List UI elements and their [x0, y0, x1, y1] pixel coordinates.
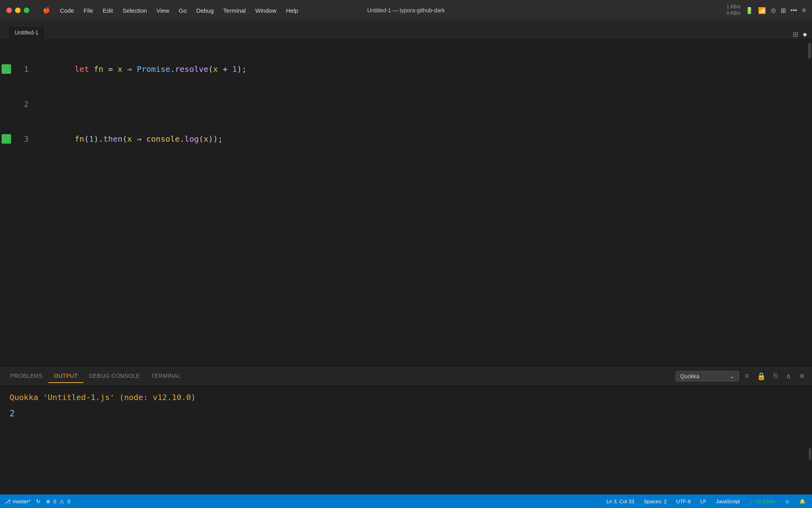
output-value: 2 — [10, 408, 802, 418]
smiley-icon[interactable]: ☺ — [783, 498, 791, 504]
git-branch[interactable]: ⎇ master* — [5, 498, 31, 504]
dot-icon: ● — [802, 30, 807, 39]
git-icon: ⎇ — [5, 498, 11, 504]
sync-icon[interactable]: ↻ — [36, 498, 40, 504]
title-bar: 🍎 Code File Edit Selection View Go Debug… — [0, 0, 812, 21]
code-line-3: 3 fn(1).then(x ⇒ console.log(x)); — [0, 113, 807, 165]
editor-tab-untitled[interactable]: Untitled-1 — [8, 26, 45, 39]
menu-help[interactable]: Help — [281, 6, 303, 15]
eol[interactable]: LF — [699, 498, 708, 504]
quokka-status[interactable]: ✓ 59.95ms — [748, 498, 776, 504]
menu-go[interactable]: Go — [174, 6, 192, 15]
menu-window[interactable]: Window — [251, 6, 281, 15]
menu-edit[interactable]: Edit — [98, 6, 118, 15]
dropdown-value: Quokka — [680, 373, 699, 379]
window-title: Untitled-1 — typora-github-dark — [367, 7, 444, 13]
line-number-2: 2 — [13, 95, 36, 113]
output-source-dropdown[interactable]: Quokka ⌄ — [676, 371, 739, 381]
code-line-1: 1 let fn = x ⇒ Promise.resolve(x + 1); — [0, 43, 807, 95]
status-right: Ln 3, Col 33 Spaces: 2 UTF-8 LF JavaScri… — [605, 498, 807, 504]
battery-icon: 🔋 — [745, 7, 753, 14]
tab-terminal[interactable]: TERMINAL — [146, 369, 186, 383]
editor-scrollbar[interactable] — [807, 39, 812, 368]
tab-problems[interactable]: PROBLEMS — [5, 369, 48, 383]
panel-scrollbar[interactable] — [808, 385, 812, 495]
menu-view[interactable]: View — [152, 6, 174, 15]
tab-label: Untitled-1 — [15, 29, 38, 36]
indentation[interactable]: Spaces: 2 — [642, 498, 668, 504]
line-number-3: 3 — [13, 130, 36, 148]
chevron-down-icon: ⌄ — [730, 373, 735, 379]
branch-name: master* — [13, 498, 31, 504]
errors-warnings[interactable]: ⊗ 0 ⚠ 0 — [46, 498, 70, 504]
close-button[interactable] — [6, 8, 12, 13]
maximize-button[interactable] — [24, 8, 29, 13]
scrollbar-thumb[interactable] — [808, 43, 811, 59]
error-count: 0 — [54, 498, 56, 504]
menu-debug[interactable]: Debug — [192, 6, 218, 15]
status-left: ⎇ master* ↻ ⊗ 0 ⚠ 0 — [5, 498, 70, 504]
list-icon[interactable]: ≡ — [802, 7, 806, 14]
minimize-button[interactable] — [15, 8, 21, 13]
more-icon[interactable]: ••• — [791, 7, 797, 14]
network-status: 1 KB/s0 KB/s — [726, 4, 740, 16]
filter-icon[interactable]: ≡ — [742, 370, 751, 382]
menu-selection[interactable]: Selection — [118, 6, 152, 15]
panel-scrollbar-thumb[interactable] — [809, 448, 811, 460]
tab-output[interactable]: OUTPUT — [48, 369, 84, 383]
line-number-1: 1 — [13, 60, 36, 78]
editor-area: 1 let fn = x ⇒ Promise.resolve(x + 1); 2… — [0, 39, 812, 368]
title-bar-right: 1 KB/s0 KB/s 🔋 📶 ⊙ ⊞ ••• ≡ — [726, 4, 806, 16]
warning-icon: ⚠ — [59, 498, 64, 504]
panel-right: Quokka ⌄ ≡ 🔒 ⎘ ∧ ✕ — [676, 370, 807, 382]
tab-bar: Untitled-1 ⊞ ● — [0, 21, 812, 39]
editor-content[interactable]: 1 let fn = x ⇒ Promise.resolve(x + 1); 2… — [0, 39, 807, 368]
code-line-2: 2 — [0, 95, 807, 113]
split-editor-icon[interactable]: ⊞ — [793, 30, 799, 39]
control-center-icon[interactable]: ⊞ — [781, 7, 786, 14]
collapse-icon[interactable]: ∧ — [783, 370, 793, 382]
close-panel-icon[interactable]: ✕ — [797, 370, 807, 382]
error-icon: ⊗ — [46, 498, 50, 504]
line-gutter-2 — [2, 99, 11, 109]
encoding[interactable]: UTF-8 — [675, 498, 693, 504]
line-code-1: let fn = x ⇒ Promise.resolve(x + 1); — [36, 43, 807, 95]
tab-bar-right: ⊞ ● — [788, 30, 812, 39]
status-bar: ⎇ master* ↻ ⊗ 0 ⚠ 0 Ln 3, Col 33 Spaces:… — [0, 495, 812, 508]
menu-code[interactable]: Code — [55, 6, 79, 15]
line-indicator-3 — [2, 134, 11, 144]
warning-count: 0 — [67, 498, 70, 504]
cursor-position[interactable]: Ln 3, Col 33 — [605, 498, 636, 504]
traffic-lights — [6, 8, 29, 13]
wifi-icon: 📶 — [758, 7, 766, 14]
menu-bar: 🍎 Code File Edit Selection View Go Debug… — [6, 4, 806, 16]
bottom-panel: PROBLEMS OUTPUT DEBUG CONSOLE TERMINAL Q… — [0, 368, 812, 495]
language-mode[interactable]: JavaScript — [714, 498, 742, 504]
lock-icon[interactable]: 🔒 — [755, 370, 768, 382]
line-code-3: fn(1).then(x ⇒ console.log(x)); — [36, 113, 807, 165]
output-quokka-header: Quokka 'Untitled-1.js' (node: v12.10.0) — [10, 393, 802, 402]
menu-file[interactable]: File — [79, 6, 98, 15]
tab-debug-console[interactable]: DEBUG CONSOLE — [83, 369, 146, 383]
panel-content: Quokka 'Untitled-1.js' (node: v12.10.0) … — [0, 385, 812, 495]
line-indicator-1 — [2, 64, 11, 74]
bell-icon[interactable]: 🔔 — [798, 498, 807, 504]
copy-icon[interactable]: ⎘ — [771, 370, 780, 382]
panel-tabs: PROBLEMS OUTPUT DEBUG CONSOLE TERMINAL Q… — [0, 368, 812, 385]
menu-terminal[interactable]: Terminal — [218, 6, 251, 15]
menu-apple[interactable]: 🍎 — [38, 5, 55, 15]
time-machine-icon: ⊙ — [771, 7, 776, 14]
